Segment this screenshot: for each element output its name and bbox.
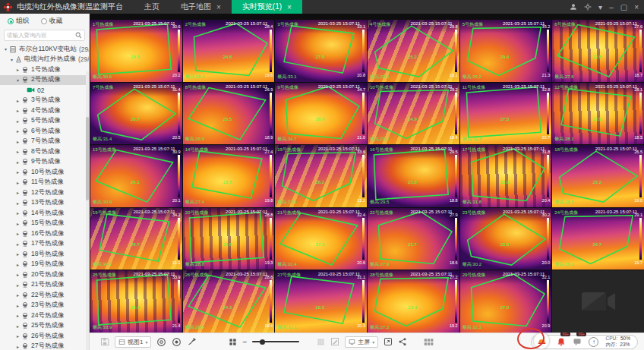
thermal-tile[interactable]: 28号热成像 2021-03-25 15:07:11 27.2 19.2 23.… <box>368 270 459 333</box>
thermal-tile[interactable]: 10号热成像 2021-03-25 15:07:11 29.2 19.4 24.… <box>368 83 459 145</box>
sidebar-scrollbar[interactable] <box>86 71 89 350</box>
expand-arrow-icon[interactable]: ▸ <box>14 190 21 195</box>
slider-handle[interactable] <box>260 339 265 345</box>
thermal-tile[interactable]: 8号热成像 2021-03-25 15:07:11 26.9 18.9 23.5… <box>183 83 275 145</box>
thermal-tile[interactable]: 15号热成像 2021-03-25 15:07:11 33.6 21.2 28.… <box>275 145 367 207</box>
expand-arrow-icon[interactable]: ▸ <box>14 221 21 226</box>
expand-arrow-icon[interactable]: ▸ <box>14 98 21 103</box>
expand-arrow-icon[interactable]: ▾ <box>8 57 15 62</box>
expand-arrow-icon[interactable]: ▸ <box>14 323 21 329</box>
view-select[interactable]: 视图1 ▾ <box>115 336 151 348</box>
expand-arrow-icon[interactable]: ▸ <box>14 313 21 318</box>
empty-tile[interactable] <box>552 270 644 333</box>
radio-favorites[interactable]: 收藏 <box>41 17 62 26</box>
tree-item-camera[interactable]: ▸ 20号热成像 <box>0 270 89 280</box>
expand-arrow-icon[interactable]: ▸ <box>14 108 21 113</box>
search-icon[interactable] <box>75 32 82 39</box>
collapse-panel-button[interactable]: ↑ <box>589 337 598 347</box>
expand-arrow-icon[interactable]: ▸ <box>14 303 21 308</box>
radio-organization[interactable]: 组织 <box>8 17 29 26</box>
thermal-tile[interactable]: 13号热成像 2021-03-25 15:07:11 30.9 20.1 26.… <box>90 145 182 207</box>
thermal-tile[interactable]: 12号热成像 2021-03-25 15:07:11 28.1 18.5 23.… <box>552 83 644 145</box>
fullscreen-icon[interactable] <box>384 337 393 346</box>
save-view-icon[interactable] <box>100 337 109 346</box>
expand-arrow-icon[interactable]: ▸ <box>14 139 21 144</box>
thermal-tile[interactable]: 27号热成像 2021-03-25 15:07:11 31.1 20.3 26.… <box>275 270 367 333</box>
expand-arrow-icon[interactable]: ▸ <box>14 241 21 247</box>
expand-arrow-icon[interactable]: ▸ <box>14 292 21 298</box>
thermal-tile[interactable]: 5号热成像 2021-03-25 15:07:11 35.2 21.3 29.4… <box>460 20 552 82</box>
expand-arrow-icon[interactable]: ▸ <box>14 251 21 257</box>
tree-item-camera[interactable]: ▸ 19号热成像 <box>0 260 89 270</box>
expand-arrow-icon[interactable]: ▸ <box>14 333 21 339</box>
thermal-tile[interactable]: 21号热成像 2021-03-25 15:07:11 32.4 20.6 27.… <box>275 208 367 270</box>
tree-item-camera[interactable]: ▸ 13号热成像 <box>0 198 89 209</box>
expand-arrow-icon[interactable]: ▸ <box>14 118 21 124</box>
settings-icon[interactable] <box>584 3 592 11</box>
snapshot-icon[interactable] <box>156 337 166 347</box>
thermal-tile[interactable]: 9号热成像 2021-03-25 15:07:11 34.7 21.0 28.9… <box>275 83 367 145</box>
expand-arrow-icon[interactable]: ▸ <box>14 180 21 185</box>
thermal-tile[interactable]: 23号热成像 2021-03-25 15:07:11 30.2 20.0 25.… <box>460 208 552 270</box>
thermal-tile[interactable]: 26号热成像 2021-03-25 15:07:11 28.6 18.4 24.… <box>183 270 275 333</box>
thermal-tile[interactable]: 20号热成像 2021-03-25 15:07:11 28.8 19.3 24.… <box>183 208 275 270</box>
thermal-tile[interactable]: 11号热成像 2021-03-25 15:07:11 32.8 20.7 27.… <box>460 83 552 145</box>
minimize-icon[interactable]: – <box>609 3 614 11</box>
user-icon[interactable] <box>570 3 577 11</box>
thermal-tile[interactable]: 1号热成像 2021-03-25 15:07:11 30.6 20.2 26.5… <box>90 20 182 82</box>
tree-item-camera[interactable]: ▸ 18号热成像 <box>0 249 89 260</box>
expand-arrow-icon[interactable]: ▸ <box>14 67 21 72</box>
screen-select[interactable]: 主屏 ▾ <box>345 336 378 348</box>
tab-close-icon[interactable]: × <box>216 3 221 11</box>
expand-arrow-icon[interactable]: ▸ <box>14 159 21 165</box>
expand-arrow-icon[interactable]: ▸ <box>14 210 21 216</box>
thermal-alarm-button[interactable] <box>533 333 550 349</box>
expand-arrow-icon[interactable]: ▾ <box>2 46 9 52</box>
tree-item-camera[interactable]: ▸ 26号热成像 <box>0 331 89 342</box>
tab[interactable]: 电子地图 × <box>170 0 232 14</box>
patrol-icon[interactable] <box>187 337 197 347</box>
expand-arrow-icon[interactable]: ▸ <box>14 169 21 175</box>
restore-icon[interactable]: ▢ <box>620 3 627 11</box>
tree-item-camera[interactable]: ▸ 16号热成像 <box>0 229 89 239</box>
message-icon[interactable] <box>573 337 582 346</box>
thermal-tile[interactable]: 6号热成像 2021-03-25 15:07:11 27.6 18.7 23.8… <box>552 20 644 82</box>
thermal-tile[interactable]: 17号热成像 2021-03-25 15:07:11 31.8 20.4 26.… <box>460 145 552 207</box>
thermal-tile[interactable]: 3号热成像 2021-03-25 15:07:11 33.1 20.8 27.9… <box>275 20 367 82</box>
tab[interactable]: 主页 <box>134 0 170 14</box>
tree-item-camera[interactable]: ▸ 17号热成像 <box>0 239 89 250</box>
tree-item-camera[interactable]: ▸ 25号热成像 <box>0 321 89 332</box>
thermal-tile[interactable]: 19号热成像 2021-03-25 15:07:11 34.2 21.1 28.… <box>90 208 182 270</box>
tree-item-camera[interactable]: ▸ 22号热成像 <box>0 290 89 301</box>
thermal-tile[interactable]: 4号热成像 2021-03-25 15:07:11 29.8 19.1 25.2… <box>368 20 459 82</box>
thermal-tile[interactable]: 14号热成像 2021-03-25 15:07:11 27.4 19.8 23.… <box>183 145 275 207</box>
close-icon[interactable]: × <box>634 3 639 11</box>
expand-arrow-icon[interactable]: ▸ <box>14 149 21 154</box>
tree-group-cameras[interactable]: ▾ 电缆沟红外热成像 (29/29) <box>0 55 89 65</box>
tree-item-camera[interactable]: ▸ 1号热成像 <box>0 65 89 75</box>
search-input[interactable] <box>7 32 75 39</box>
expand-arrow-icon[interactable]: ▸ <box>14 262 21 267</box>
tree-item-camera[interactable]: ▸ 11号热成像 <box>0 178 89 188</box>
thermal-tile[interactable]: 7号热成像 2021-03-25 15:07:11 31.4 20.5 26.7… <box>90 83 182 145</box>
edit-layout-icon[interactable] <box>330 337 339 346</box>
tree-item-camera[interactable]: ▸ 27号热成像 <box>0 342 89 350</box>
tab-close-icon[interactable]: × <box>287 3 292 11</box>
expand-arrow-icon[interactable]: ▸ <box>14 282 21 288</box>
thermal-tile[interactable]: 16号热成像 2021-03-25 15:07:11 29.5 18.8 25.… <box>368 145 459 207</box>
expand-arrow-icon[interactable]: ▸ <box>14 231 21 236</box>
scrollbar-thumb[interactable] <box>86 117 89 200</box>
thermal-tile[interactable]: 18号热成像 2021-03-25 15:07:11 26.5 19.0 23.… <box>552 145 644 207</box>
tree-item-camera[interactable]: ▸ 15号热成像 <box>0 219 89 229</box>
tree-item-camera[interactable]: ▸ 3号热成像 <box>0 96 89 106</box>
thermal-tile[interactable]: 22号热成像 2021-03-25 15:07:11 27.9 18.6 23.… <box>368 208 459 270</box>
tree-item-camera[interactable]: ▾ 2号热成像 <box>0 75 89 86</box>
tree-item-camera[interactable]: ▸ 21号热成像 <box>0 280 89 291</box>
tree-item-camera[interactable]: ▸ 8号热成像 <box>0 147 89 157</box>
tree-item-camera[interactable]: ▸ 6号热成像 <box>0 126 89 137</box>
expand-arrow-icon[interactable]: ▸ <box>14 272 21 277</box>
tree-item-camera[interactable]: ▸ 10号热成像 <box>0 167 89 178</box>
thermal-tile[interactable]: 2号热成像 2021-03-25 15:07:11 28.4 19.6 24.8… <box>183 20 275 82</box>
layout-picker-icon[interactable] <box>424 338 434 346</box>
expand-arrow-icon[interactable]: ▸ <box>14 128 21 134</box>
